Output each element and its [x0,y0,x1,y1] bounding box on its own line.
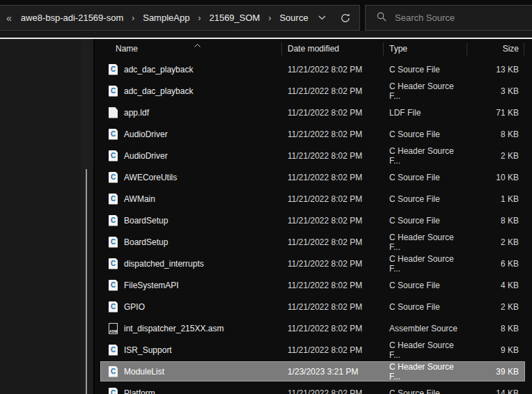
file-date-modified: 11/21/2022 8:02 PM [282,65,384,74]
search-box[interactable]: Search Source [365,5,532,31]
file-type: C Header Source F... [384,362,467,381]
breadcrumb-item[interactable]: awe8-bsp-adi-21569-som [19,13,125,23]
file-name-cell: C AudioDriver [95,150,282,161]
file-date-modified: 11/21/2022 8:02 PM [282,259,384,269]
table-row[interactable]: C AudioDriver 11/21/2022 8:02 PM C Heade… [95,145,532,166]
search-icon [377,12,386,24]
column-header-name[interactable]: Name [95,39,282,58]
file-size: 3 KB [467,86,524,96]
file-explorer-window: « awe8-bsp-adi-21569-som›SampleApp›21569… [0,0,532,394]
file-name-cell: C dispatched_interrupts [95,258,282,269]
c-source-file-icon: C [109,86,118,97]
address-bar[interactable]: « awe8-bsp-adi-21569-som›SampleApp›21569… [0,5,360,31]
table-row[interactable]: C adc_dac_playback 11/21/2022 8:02 PM C … [95,80,532,102]
table-row[interactable]: C GPIO 11/21/2022 8:02 PM C Source File … [95,296,532,317]
table-row[interactable]: C FileSystemAPI 11/21/2022 8:02 PM C Sou… [95,274,532,296]
table-row[interactable]: C AWMain 11/21/2022 8:02 PM C Source Fil… [95,188,532,210]
c-source-file-icon: C [109,366,118,377]
nav-scrollbar-thumb[interactable] [86,169,87,394]
file-type: C Header Source F... [384,254,467,274]
table-row[interactable]: ASM int_dispatcher_215XX.asm 11/21/2022 … [95,317,532,339]
file-name-cell: ASM int_dispatcher_215XX.asm [95,323,282,334]
file-type: C Source File [384,65,467,74]
file-size: 1 KB [467,194,524,204]
file-name-cell: C adc_dac_playback [95,86,282,97]
breadcrumb-item[interactable]: Source [278,13,309,23]
file-name-cell: C AudioDriver [95,129,282,140]
table-row[interactable]: C ModuleList 1/23/2023 3:21 PM C Header … [95,361,532,382]
file-list-pane: Name Date modified Type Size C adc_dac_p… [95,39,532,394]
file-name-cell: C Platform [95,388,282,394]
table-row[interactable]: C BoardSetup 11/21/2022 8:02 PM C Source… [95,210,532,231]
file-name: adc_dac_playback [124,86,193,96]
file-name: ISR_Support [124,345,172,355]
file-name-cell: C BoardSetup [95,237,282,248]
file-date-modified: 11/21/2022 8:02 PM [282,129,384,139]
file-name: AudioDriver [124,151,168,161]
table-row[interactable]: C ISR_Support 11/21/2022 8:02 PM C Heade… [95,339,532,361]
file-name: FileSystemAPI [124,281,179,290]
file-name: adc_dac_playback [124,65,193,74]
column-header-date-modified[interactable]: Date modified [282,39,384,58]
file-name-cell: C AWMain [95,194,282,205]
file-date-modified: 1/23/2023 3:21 PM [282,367,384,377]
file-name: BoardSetup [124,237,168,247]
breadcrumb-collapse-icon[interactable]: « [6,13,12,24]
breadcrumb-item[interactable]: 21569_SOM [208,13,261,23]
file-name-cell: C GPIO [95,301,282,313]
file-date-modified: 11/21/2022 8:02 PM [282,194,384,204]
file-size: 2 KB [467,237,524,247]
table-row[interactable]: C AudioDriver 11/21/2022 8:02 PM C Sourc… [95,123,532,145]
table-row[interactable]: C Platform 11/21/2022 8:02 PM C Source F… [95,382,532,394]
file-size: 39 KB [467,367,524,377]
breadcrumb-separator-icon: › [191,13,208,23]
file-name-cell: C BoardSetup [95,215,282,226]
c-source-file-icon: C [109,237,118,248]
file-type: C Header Source F... [384,81,467,101]
file-size: 2 KB [467,151,524,161]
breadcrumb-separator-icon: › [125,13,141,23]
file-size: 13 KB [467,65,524,74]
refresh-icon[interactable] [340,13,351,24]
assembler-file-icon: ASM [109,323,118,334]
file-name: Platform [124,388,155,394]
file-name: AWMain [124,194,155,204]
file-date-modified: 11/21/2022 8:02 PM [282,86,384,96]
file-date-modified: 11/21/2022 8:02 PM [282,216,384,226]
address-dropdown-chevron-icon[interactable] [318,15,326,20]
file-size: 8 KB [467,216,524,226]
c-source-file-icon: C [109,129,118,140]
file-date-modified: 11/21/2022 8:02 PM [282,281,384,290]
breadcrumb-item[interactable]: SampleApp [141,13,191,23]
c-source-file-icon: C [109,172,118,183]
search-placeholder: Search Source [395,13,455,23]
navigation-pane [0,39,95,394]
file-name: int_dispatcher_215XX.asm [124,324,224,333]
file-list: C adc_dac_playback 11/21/2022 8:02 PM C … [95,58,532,394]
file-name-cell: app.ldf [95,107,282,118]
column-header-type[interactable]: Type [384,39,467,58]
file-name-cell: C FileSystemAPI [95,280,282,291]
table-row[interactable]: C adc_dac_playback 11/21/2022 8:02 PM C … [95,58,532,80]
file-type: C Source File [384,194,467,204]
file-type: C Source File [384,281,467,290]
table-row[interactable]: C dispatched_interrupts 11/21/2022 8:02 … [95,253,532,274]
file-date-modified: 11/21/2022 8:02 PM [282,108,384,118]
table-row[interactable]: app.ldf 11/21/2022 8:02 PM LDF File 71 K… [95,102,532,123]
file-size: 4 KB [467,281,524,290]
file-size: 71 KB [467,108,524,118]
file-type: C Source File [384,388,467,394]
breadcrumb-separator-icon: › [261,13,278,23]
file-name-cell: C ISR_Support [95,345,282,356]
column-header-size[interactable]: Size [467,39,524,58]
c-source-file-icon: C [109,194,118,205]
file-type: Assembler Source [384,324,467,333]
file-type: C Header Source F... [384,146,467,166]
file-name-cell: C adc_dac_playback [95,64,282,75]
file-type: LDF File [384,108,467,118]
c-source-file-icon: C [109,345,118,356]
table-row[interactable]: C AWECoreUtils 11/21/2022 8:02 PM C Sour… [95,166,532,188]
file-date-modified: 11/21/2022 8:02 PM [282,345,384,355]
table-row[interactable]: C BoardSetup 11/21/2022 8:02 PM C Header… [95,231,532,253]
file-date-modified: 11/21/2022 8:02 PM [282,302,384,312]
